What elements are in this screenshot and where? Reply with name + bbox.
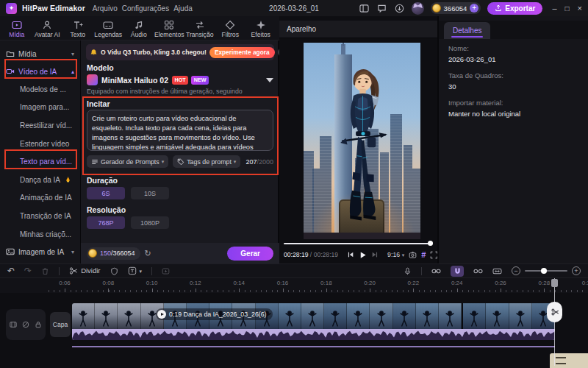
- sidebar-item-modelos-de[interactable]: Modelos de ...: [0, 80, 80, 99]
- duration-option-10s[interactable]: 10S: [131, 187, 169, 199]
- sidebar-item-anima-o-de-ia[interactable]: Animação de IA: [0, 189, 80, 208]
- menu-arquivo[interactable]: Arquivo: [90, 4, 120, 13]
- video-preview-frame[interactable]: [304, 43, 420, 239]
- sidebar-item-estender-v-deo[interactable]: Estender vídeo: [0, 135, 80, 153]
- undo-icon[interactable]: ↶: [7, 266, 15, 275]
- sidebar-item-m-dia[interactable]: Mídia▾: [0, 45, 80, 63]
- tab-elementos[interactable]: Elementos: [154, 18, 185, 38]
- tab-transicao[interactable]: Transição: [184, 18, 215, 38]
- refresh-icon[interactable]: ↻: [145, 249, 151, 258]
- layout-panel-icon[interactable]: [359, 3, 370, 14]
- clip-thumbnail: [393, 303, 416, 329]
- sidebar-item-v-deo-de-ia[interactable]: Vídeo de IA▴: [0, 63, 80, 80]
- text-tool-icon[interactable]: ▾: [128, 266, 143, 275]
- ruler-tick: 0:26: [495, 280, 506, 286]
- snap-magnet-icon[interactable]: [451, 266, 464, 277]
- preview-panel: Aparelho: [279, 16, 437, 263]
- ruler-tick: 0:06: [59, 280, 71, 286]
- seekbar-handle[interactable]: [428, 241, 433, 246]
- redo-icon[interactable]: ↷: [24, 266, 32, 275]
- zoom-tool-icon[interactable]: [162, 267, 170, 275]
- detail-label: Importar material:: [448, 99, 581, 107]
- sidebar-item-dan-a-da-ia[interactable]: Dança da IA: [0, 171, 80, 189]
- hide-track-icon[interactable]: [22, 321, 29, 328]
- fit-timeline-icon[interactable]: [492, 267, 502, 275]
- clip-trim-scissors[interactable]: [547, 302, 562, 322]
- export-button[interactable]: Exportar: [487, 2, 542, 15]
- resolution-option-1080p[interactable]: 1080P: [131, 216, 169, 229]
- track-header: [6, 309, 46, 340]
- try-now-button[interactable]: Experimente agora: [209, 47, 275, 58]
- detail-value: Manter no local original: [448, 110, 581, 118]
- prev-frame-icon[interactable]: [347, 250, 354, 260]
- generate-button[interactable]: Gerar: [227, 247, 273, 261]
- tab-avatar[interactable]: Avatar AI: [32, 18, 63, 38]
- grid-icon[interactable]: #: [421, 250, 426, 260]
- zoom-slider-track[interactable]: [525, 270, 567, 272]
- transicao-icon: [195, 20, 205, 30]
- titlebar: ✦ HitPaw Edimakor ArquivoConfiguraçõesAj…: [0, 0, 588, 16]
- video-clip[interactable]: 0:19 Dança da IA_2026_03_26(6): [72, 303, 555, 340]
- sidebar-item-texto-para-v-d[interactable]: Texto para víd...: [0, 152, 80, 171]
- add-credits-icon[interactable]: +: [470, 4, 478, 13]
- clip-thumbnail: [324, 303, 347, 329]
- tab-texto[interactable]: Texto: [62, 18, 93, 38]
- voiceover-mic-icon[interactable]: [404, 267, 412, 275]
- sidebar-item-minhas-cria[interactable]: Minhas criaçõ...: [0, 225, 80, 244]
- prompt-input[interactable]: Crie um roteiro curto para vídeo educaci…: [87, 110, 273, 151]
- model-icon: [87, 74, 98, 85]
- user-avatar[interactable]: [412, 2, 424, 15]
- tab-filtros[interactable]: Filtros: [215, 18, 246, 38]
- feedback-icon[interactable]: [376, 3, 387, 14]
- elementos-icon: [164, 20, 174, 30]
- preview-seekbar[interactable]: [284, 242, 433, 244]
- duration-option-6s[interactable]: 6S: [87, 187, 125, 199]
- resolution-option-768p[interactable]: 768P: [87, 216, 125, 229]
- zoom-in-icon[interactable]: +: [572, 266, 581, 275]
- next-frame-icon[interactable]: [371, 250, 379, 260]
- detail-value: 30: [448, 82, 581, 91]
- play-icon[interactable]: [359, 250, 367, 260]
- tab-audio[interactable]: Áudio: [123, 18, 154, 38]
- model-selector[interactable]: MiniMax Hailuo 02 HOTNEW: [87, 74, 273, 85]
- ruler-tick: 0:30: [582, 280, 588, 286]
- sidebar-item-transi-o-de-ia[interactable]: Transição de IA: [0, 207, 80, 225]
- delete-icon[interactable]: [41, 267, 49, 275]
- maximize-button[interactable]: □: [565, 4, 570, 13]
- tab-midia[interactable]: Mídia: [1, 18, 32, 38]
- sidebar-item-reestilizar-v-d[interactable]: Reestilizar víd...: [0, 116, 80, 135]
- sidebar-item-imagem-para[interactable]: Imagem para...: [0, 99, 80, 117]
- tab-legendas[interactable]: Legendas: [93, 18, 124, 38]
- aspect-ratio-selector[interactable]: 9:16 ▾: [387, 251, 404, 258]
- zoom-out-icon[interactable]: −: [512, 266, 520, 275]
- cover-button[interactable]: Capa: [50, 312, 71, 337]
- credits-badge[interactable]: 366054 +: [431, 2, 481, 14]
- playhead-handle[interactable]: [551, 279, 558, 287]
- ruler-tick: 0:08: [103, 280, 115, 286]
- sidebar-item-imagem-de-ia[interactable]: Imagem de IA▾: [0, 243, 80, 261]
- prompt-generator-button[interactable]: Gerador de Prompts▾: [87, 155, 168, 168]
- scissors-icon: [551, 308, 559, 316]
- clip-thumbnail: [509, 303, 532, 329]
- tab-details[interactable]: Detalhes: [444, 22, 490, 39]
- lock-track-icon[interactable]: [35, 321, 42, 328]
- minimize-button[interactable]: –: [552, 4, 556, 13]
- unlink-icon[interactable]: [473, 267, 483, 275]
- marker-icon[interactable]: [110, 267, 118, 275]
- link-icon[interactable]: [431, 267, 441, 275]
- clip-thumbnail: [118, 303, 140, 329]
- secondary-track[interactable]: [72, 346, 555, 347]
- split-button[interactable]: Dividir: [69, 266, 100, 275]
- snapshot-icon[interactable]: [409, 250, 417, 260]
- menu-ajuda[interactable]: Ajuda: [171, 4, 195, 13]
- playback-controls: 00:28:19 / 00:28:19 9:16 ▾ #: [284, 247, 433, 262]
- download-icon[interactable]: [394, 3, 405, 14]
- zoom-slider-handle[interactable]: [541, 268, 547, 274]
- prompt-tags-button[interactable]: Tags de prompt▾: [173, 155, 240, 168]
- menu-configuracoes[interactable]: Configurações: [120, 4, 171, 13]
- folder-icon: [6, 49, 15, 58]
- close-button[interactable]: ×: [578, 4, 582, 13]
- timeline-ruler[interactable]: 0:060:080:100:120:140:160:180:200:220:24…: [0, 278, 588, 293]
- tab-efeitos[interactable]: Efeitos: [245, 18, 276, 38]
- resolution-label: Resolução: [87, 205, 126, 214]
